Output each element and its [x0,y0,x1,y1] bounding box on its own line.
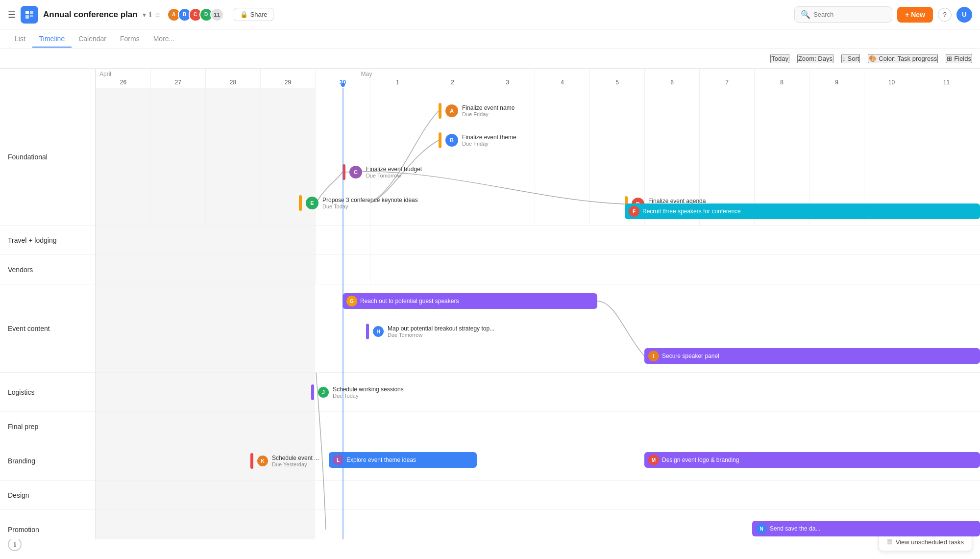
color-icon: 🎨 [869,55,877,62]
task-avatar-design: M [648,455,659,465]
today-button[interactable]: Today [770,54,789,63]
task-avatar-logistics: J [318,387,329,398]
avatar-count: 11 [210,8,224,22]
gc [535,88,589,225]
timeline-controls: Today Zoom: Days ↕ Sort 🎨 Color: Task pr… [0,49,980,69]
task-avatar: E [306,197,318,209]
milestone-info: Finalize event budget Due Tomorrow [366,166,422,178]
star-icon[interactable]: ☆ [155,11,161,19]
row-promotion: N Send save the da... [96,510,980,539]
today-indicator [341,83,345,87]
task-design-logo[interactable]: M Design event logo & branding [644,452,980,468]
task-propose-keynote[interactable]: E Propose 3 conference keynote ideas Due… [299,195,418,211]
task-secure-speaker[interactable]: I Secure speaker panel [644,348,980,364]
tab-more[interactable]: More... [147,31,182,48]
date-28: 28 [205,69,260,88]
date-3: 3 [480,69,535,88]
help-button[interactable]: ? [938,8,952,22]
timeline-grid: A Finalize event name Due Friday B Final… [96,88,980,539]
date-7: 7 [699,69,754,88]
gc [205,88,260,225]
task-schedule-event[interactable]: K Schedule event ... Due Yesterday [250,453,319,469]
task-avatar: B [445,134,458,147]
project-title: Annual conference plan [43,10,138,20]
task-avatar-send: N [756,523,767,534]
sort-button[interactable]: ↕ Sort [841,54,860,63]
dropdown-icon[interactable]: ▾ [143,11,146,19]
task-finalize-event-budget[interactable]: C Finalize event budget Due Tomorrow [343,164,422,180]
svg-rect-0 [25,11,29,14]
zoom-button[interactable]: Zoom: Days [797,54,833,63]
task-finalize-event-name[interactable]: A Finalize event name Due Friday [439,103,514,119]
search-box[interactable]: 🔍 [794,6,892,23]
date-2: 2 [425,69,480,88]
milestone-info-breakout: Map out potential breakout strategy top.… [388,325,494,338]
row-label-promotion: Promotion [0,510,95,549]
milestone-info: Finalize event theme Due Friday [462,134,516,147]
row-label-vendors: Vendors [0,255,95,284]
today-line [343,88,343,539]
row-label-finalprep: Final prep [0,412,95,441]
topbar: ☰ Annual conference plan ▾ ℹ ☆ A B C D 1… [0,0,980,29]
label-spacer [0,69,95,88]
info-icon[interactable]: ℹ [149,10,152,19]
milestone-bar-schedule [250,453,253,469]
milestone-bar-breakout [366,324,369,339]
row-label-foundational: Foundational [0,88,95,226]
task-send-save[interactable]: N Send save the da... [752,521,980,536]
task-avatar-recruit: F [629,206,639,217]
hamburger-menu[interactable]: ☰ [8,9,16,20]
milestone-bar [439,103,441,119]
fields-button[interactable]: ⊞ Fields [946,54,972,63]
svg-rect-1 [30,11,33,14]
task-reach-out-speakers[interactable]: G Reach out to potential guest speakers [343,293,597,309]
date-30-today: 30 [315,69,370,88]
task-explore-theme[interactable]: L Explore event theme ideas [329,452,477,468]
task-avatar-schedule: K [257,456,268,466]
date-1: 1 [370,69,425,88]
date-10: 10 [864,69,919,88]
row-label-branding: Branding [0,441,95,481]
timeline-inner: April May 26 27 28 29 30 1 2 3 4 5 6 7 8 [96,69,980,539]
user-avatar[interactable]: U [956,7,972,23]
tab-list[interactable]: List [8,31,32,48]
svg-rect-2 [25,15,29,19]
milestone-info-schedule: Schedule event ... Due Yesterday [272,455,319,467]
task-schedule-working[interactable]: J Schedule working sessions Due Today [311,384,404,400]
gc [96,226,315,254]
timeline-wrapper: Foundational Travel + lodging Vendors Ev… [0,69,980,539]
task-recruit-speakers[interactable]: F Recruit three speakers for conference [625,203,980,219]
milestone-bar-logistics [311,384,314,400]
tab-forms[interactable]: Forms [113,31,147,48]
color-button[interactable]: 🎨 Color: Task progress [868,54,938,63]
share-button[interactable]: 🔒 Share [234,8,274,21]
search-icon: 🔍 [801,10,810,19]
topbar-left: ☰ Annual conference plan ▾ ℹ ☆ A B C D 1… [8,6,794,24]
task-avatar-reachout: G [346,296,357,306]
milestone-bar [299,195,302,211]
sort-icon: ↕ [842,55,846,62]
row-travel [96,226,980,255]
date-29: 29 [260,69,315,88]
topbar-right: 🔍 + New ? U [794,6,972,23]
gc [370,255,980,284]
row-label-travel: Travel + lodging [0,226,95,255]
milestone-info: Propose 3 conference keynote ideas Due T… [322,197,418,209]
new-button[interactable]: + New [897,7,933,23]
date-8: 8 [754,69,809,88]
row-vendors [96,255,980,284]
date-header: April May 26 27 28 29 30 1 2 3 4 5 6 7 8 [96,69,980,88]
row-branding: K Schedule event ... Due Yesterday L Exp… [96,441,980,481]
task-finalize-event-theme[interactable]: B Finalize event theme Due Friday [439,132,516,148]
task-map-breakout[interactable]: H Map out potential breakout strategy to… [366,324,494,339]
unscheduled-icon: ☰ [887,538,893,546]
search-input[interactable] [813,11,882,18]
date-6: 6 [644,69,699,88]
timeline-scroll[interactable]: April May 26 27 28 29 30 1 2 3 4 5 6 7 8 [96,69,980,539]
gc [96,88,150,225]
tab-timeline[interactable]: Timeline [32,31,72,48]
tab-calendar[interactable]: Calendar [72,31,113,48]
task-avatar-breakout: H [373,326,384,337]
date-9: 9 [809,69,864,88]
lock-icon: 🔒 [240,11,248,18]
